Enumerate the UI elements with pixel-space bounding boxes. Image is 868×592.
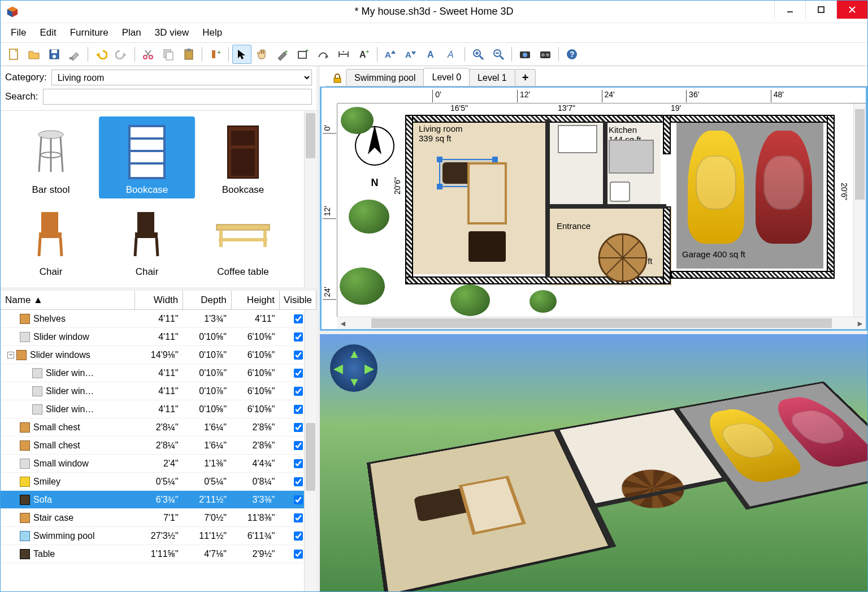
toolbar-zoom-text-down[interactable]: A	[401, 45, 420, 64]
lock-icon[interactable]	[332, 74, 342, 84]
menu-furniture[interactable]: Furniture	[63, 25, 115, 41]
tab-swimming-pool[interactable]: Swimming pool	[346, 69, 424, 86]
plan-canvas[interactable]: N 16'5" 13'7" 19'	[337, 103, 853, 317]
toolbar-create-text[interactable]: A+	[354, 45, 374, 64]
toolbar-zoom-out[interactable]	[489, 45, 508, 64]
furniture-row-icon	[20, 477, 30, 487]
catalog-scrollbar[interactable]	[304, 111, 316, 287]
view-3d[interactable]: ▲ ▼ ◀ ▶	[320, 331, 867, 591]
furniture-table-body[interactable]: Shelves4'11"1'3¾"4'11"Slider window4'11"…	[1, 310, 316, 591]
menu-edit[interactable]: Edit	[33, 25, 63, 41]
menu-help[interactable]: Help	[196, 25, 229, 41]
visibility-checkbox[interactable]	[294, 423, 303, 432]
table-row[interactable]: Sofa6'3¾"2'11½"3'3⅜"	[1, 491, 316, 509]
toolbar-add-furniture[interactable]: +	[206, 45, 225, 64]
table-row[interactable]: Small window2'4"1'1⅜"4'4¾"	[1, 455, 316, 473]
toolbar-video[interactable]	[536, 45, 555, 64]
catalog-grid[interactable]: Bar stoolBookcaseBookcaseChairChairCoffe…	[1, 111, 304, 287]
plan-scrollbar-horizontal[interactable]: ◄ ►	[337, 317, 866, 329]
category-select[interactable]: Living room	[51, 70, 312, 85]
toolbar-italic[interactable]: A	[442, 45, 461, 64]
catalog-item-chair-4[interactable]: Chair	[99, 198, 195, 280]
furniture-scrollbar[interactable]	[304, 310, 316, 591]
scroll-left-icon[interactable]: ◄	[337, 319, 349, 328]
tree-collapse-icon[interactable]: −	[7, 352, 14, 358]
nav-3d-widget[interactable]: ▲ ▼ ◀ ▶	[330, 344, 377, 392]
visibility-checkbox[interactable]	[294, 531, 303, 541]
toolbar-paste[interactable]	[179, 45, 198, 64]
visibility-checkbox[interactable]	[294, 351, 303, 360]
table-row[interactable]: Slider window4'11"0'10⅝"6'10⅝"	[1, 328, 316, 346]
toolbar-save-file[interactable]	[45, 45, 64, 64]
plan-view[interactable]: 0'12'24'36'48' 0'12'24' N	[320, 87, 867, 331]
toolbar-zoom-in[interactable]	[468, 45, 488, 64]
visibility-checkbox[interactable]	[294, 550, 303, 559]
catalog-item-chair-3[interactable]: Chair	[3, 198, 99, 280]
table-row[interactable]: Slider win…4'11"0'10⅝"6'10⅝"	[1, 400, 316, 418]
table-row[interactable]: Swimming pool27'3½"11'1½"6'11¾"	[1, 527, 316, 545]
toolbar-create-rooms[interactable]: +	[293, 45, 313, 64]
tab-level-0[interactable]: Level 0	[423, 68, 470, 86]
visibility-checkbox[interactable]	[294, 369, 303, 378]
table-row[interactable]: −Slider windows14'9⅛"0'10⅞"6'10⅝"	[1, 346, 316, 364]
tab-level-1[interactable]: Level 1	[469, 69, 515, 86]
catalog-item-bookcase-1[interactable]: Bookcase	[99, 116, 195, 198]
table-row[interactable]: Table1'11⅝"4'7⅛"2'9½"	[1, 545, 316, 563]
col-depth[interactable]: Depth	[183, 291, 231, 309]
toolbar-bold[interactable]: A	[422, 45, 441, 64]
table-row[interactable]: Slider win…4'11"0'10⅞"6'10⅝"	[1, 364, 316, 382]
visibility-checkbox[interactable]	[294, 332, 303, 342]
menu-plan[interactable]: Plan	[115, 25, 148, 41]
visibility-checkbox[interactable]	[294, 405, 303, 414]
menu-file[interactable]: File	[4, 25, 33, 41]
nav-up-icon[interactable]: ▲	[348, 347, 361, 361]
maximize-button[interactable]	[805, 1, 836, 19]
toolbar-help[interactable]: ?	[562, 45, 581, 64]
toolbar-zoom-text-up[interactable]: A	[381, 45, 400, 64]
toolbar-new-file[interactable]	[4, 45, 23, 64]
col-height[interactable]: Height	[232, 291, 280, 309]
minimize-button[interactable]	[774, 1, 805, 19]
toolbar-copy[interactable]	[159, 45, 178, 64]
catalog-item-bookcase-2[interactable]: Bookcase	[195, 116, 291, 198]
visibility-checkbox[interactable]	[294, 477, 303, 486]
toolbar-select[interactable]	[232, 45, 251, 64]
search-input[interactable]	[43, 89, 312, 105]
table-row[interactable]: Small chest2'8¼"1'6¼"2'8⅝"	[1, 437, 316, 455]
toolbar-pan[interactable]	[253, 45, 272, 64]
nav-right-icon[interactable]: ▶	[364, 361, 374, 376]
visibility-checkbox[interactable]	[294, 513, 303, 522]
toolbar-create-polyline[interactable]	[314, 45, 333, 64]
catalog-item-bar-stool-0[interactable]: Bar stool	[3, 116, 99, 198]
visibility-checkbox[interactable]	[294, 495, 303, 504]
tab-add[interactable]: +	[515, 69, 536, 86]
menu-3d-view[interactable]: 3D view	[148, 25, 196, 41]
visibility-checkbox[interactable]	[294, 387, 303, 396]
plan-scrollbar-vertical[interactable]	[853, 103, 866, 317]
furniture-table-header[interactable]: Name ▲ Width Depth Height Visible	[1, 291, 316, 310]
table-row[interactable]: Slider win…4'11"0'10⅞"6'10⅝"	[1, 382, 316, 400]
table-row[interactable]: Stair case7'1"7'0½"11'8⅜"	[1, 509, 316, 527]
toolbar-preferences[interactable]	[65, 45, 84, 64]
toolbar-photo[interactable]	[515, 45, 535, 64]
nav-down-icon[interactable]: ▼	[348, 375, 361, 390]
table-row[interactable]: Smiley0'5¼"0'5¼"0'8¼"	[1, 473, 316, 491]
furniture-depth: 0'10⅝"	[184, 404, 232, 414]
table-row[interactable]: Shelves4'11"1'3¾"4'11"	[1, 310, 316, 328]
visibility-checkbox[interactable]	[294, 459, 303, 468]
scroll-right-icon[interactable]: ►	[854, 319, 866, 328]
toolbar-open-file[interactable]	[24, 45, 44, 64]
col-visible[interactable]: Visible	[280, 291, 316, 309]
toolbar-undo[interactable]	[92, 45, 111, 64]
toolbar-cut[interactable]	[138, 45, 158, 64]
visibility-checkbox[interactable]	[294, 314, 303, 323]
visibility-checkbox[interactable]	[294, 441, 303, 450]
table-row[interactable]: Small chest2'8¼"1'6¼"2'8⅝"	[1, 418, 316, 437]
nav-left-icon[interactable]: ◀	[333, 361, 343, 376]
toolbar-redo[interactable]	[112, 45, 131, 64]
catalog-item-coffee-table-5[interactable]: Coffee table	[195, 198, 291, 280]
toolbar-create-walls[interactable]: +	[273, 45, 292, 64]
col-width[interactable]: Width	[135, 291, 183, 309]
toolbar-create-dimensions[interactable]: +	[334, 45, 353, 64]
close-button[interactable]	[836, 1, 867, 19]
